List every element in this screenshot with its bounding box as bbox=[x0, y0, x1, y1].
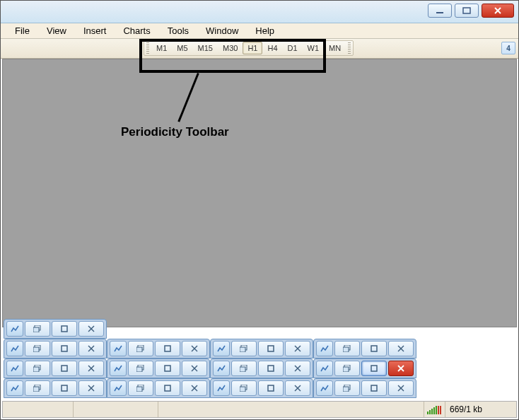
timeframe-m1-button[interactable]: M1 bbox=[151, 42, 172, 54]
menu-view[interactable]: View bbox=[38, 24, 75, 37]
timeframe-d1-button[interactable]: D1 bbox=[283, 42, 303, 54]
minimized-chart bbox=[313, 378, 416, 398]
chart-maximize-button[interactable] bbox=[361, 361, 387, 376]
timeframe-m15-button[interactable]: M15 bbox=[193, 42, 218, 54]
chart-restore-button[interactable] bbox=[25, 321, 50, 337]
chart-restore-button[interactable] bbox=[334, 341, 360, 356]
chart-restore-button[interactable] bbox=[128, 341, 153, 356]
chart-restore-button[interactable] bbox=[231, 341, 257, 356]
status-cell bbox=[158, 402, 424, 417]
chart-close-button[interactable] bbox=[78, 380, 104, 396]
timeframe-h1-button[interactable]: H1 bbox=[243, 42, 262, 54]
chart-icon[interactable] bbox=[6, 321, 23, 337]
chart-restore-button[interactable] bbox=[231, 361, 257, 376]
chart-icon[interactable] bbox=[213, 361, 230, 376]
chart-icon[interactable] bbox=[110, 380, 127, 396]
chart-restore-button[interactable] bbox=[128, 380, 153, 396]
timeframe-m5-button[interactable]: M5 bbox=[172, 42, 192, 54]
chart-icon[interactable] bbox=[316, 380, 333, 396]
minimized-charts-area bbox=[4, 319, 515, 398]
connection-stats: 669/1 kb bbox=[445, 402, 516, 417]
chart-icon[interactable] bbox=[6, 341, 23, 356]
chart-close-button[interactable] bbox=[78, 321, 104, 337]
periodicity-toolbar: M1 M5 M15 M30 H1 H4 D1 W1 MN bbox=[144, 40, 354, 56]
chart-close-button[interactable] bbox=[182, 361, 207, 376]
chart-restore-button[interactable] bbox=[231, 380, 257, 396]
chart-maximize-button[interactable] bbox=[52, 380, 77, 396]
chart-maximize-button[interactable] bbox=[52, 361, 77, 376]
menu-insert[interactable]: Insert bbox=[75, 24, 115, 37]
menu-help[interactable]: Help bbox=[247, 24, 283, 37]
chart-maximize-button[interactable] bbox=[258, 361, 284, 376]
svg-rect-6 bbox=[62, 326, 67, 332]
chart-icon[interactable] bbox=[316, 341, 333, 356]
svg-rect-51 bbox=[62, 385, 67, 391]
toolbar-grip-icon[interactable] bbox=[348, 42, 351, 54]
chart-close-button[interactable] bbox=[388, 341, 414, 356]
timeframe-w1-button[interactable]: W1 bbox=[303, 42, 325, 54]
minimized-chart bbox=[4, 378, 107, 398]
chart-maximize-button[interactable] bbox=[155, 341, 180, 356]
minimized-chart bbox=[210, 358, 313, 378]
chart-restore-button[interactable] bbox=[25, 341, 50, 356]
chart-maximize-button[interactable] bbox=[155, 380, 180, 396]
chart-close-button[interactable] bbox=[285, 341, 310, 356]
chart-restore-button[interactable] bbox=[334, 361, 360, 376]
chart-icon[interactable] bbox=[110, 341, 127, 356]
chart-close-button[interactable] bbox=[388, 361, 414, 376]
chart-icon[interactable] bbox=[110, 361, 127, 376]
chart-maximize-button[interactable] bbox=[361, 380, 387, 396]
chart-maximize-button[interactable] bbox=[52, 321, 77, 337]
chart-close-button[interactable] bbox=[182, 380, 207, 396]
chart-close-button[interactable] bbox=[388, 380, 414, 396]
chart-workspace bbox=[2, 59, 517, 327]
chart-restore-button[interactable] bbox=[25, 361, 50, 376]
chart-count-badge[interactable]: 4 bbox=[501, 42, 515, 54]
chart-icon[interactable] bbox=[213, 341, 230, 356]
minimized-chart bbox=[210, 378, 313, 398]
chart-close-button[interactable] bbox=[285, 361, 310, 376]
chart-icon[interactable] bbox=[6, 361, 23, 376]
chart-icon[interactable] bbox=[213, 380, 230, 396]
chart-maximize-button[interactable] bbox=[361, 341, 387, 356]
window-titlebar bbox=[1, 1, 518, 23]
window-minimize-button[interactable] bbox=[428, 4, 452, 18]
menu-charts[interactable]: Charts bbox=[115, 24, 158, 37]
chart-icon[interactable] bbox=[316, 361, 333, 376]
chart-maximize-button[interactable] bbox=[52, 341, 77, 356]
svg-rect-25 bbox=[343, 347, 349, 352]
toolbar-grip-icon[interactable] bbox=[146, 42, 149, 54]
minimized-chart bbox=[4, 319, 107, 339]
menu-tools[interactable]: Tools bbox=[159, 24, 197, 37]
chart-maximize-button[interactable] bbox=[258, 341, 284, 356]
chart-restore-button[interactable] bbox=[334, 380, 360, 396]
toolbar-row: M1 M5 M15 M30 H1 H4 D1 W1 MN 4 bbox=[1, 39, 518, 59]
chart-maximize-button[interactable] bbox=[258, 380, 284, 396]
status-cell bbox=[74, 402, 158, 417]
chart-maximize-button[interactable] bbox=[155, 361, 180, 376]
svg-rect-41 bbox=[268, 366, 274, 371]
svg-rect-40 bbox=[240, 367, 245, 372]
chart-restore-button[interactable] bbox=[25, 380, 50, 396]
timeframe-m30-button[interactable]: M30 bbox=[218, 42, 243, 54]
chart-close-button[interactable] bbox=[182, 341, 207, 356]
chart-close-button[interactable] bbox=[78, 361, 104, 376]
menu-window[interactable]: Window bbox=[197, 24, 247, 37]
svg-rect-35 bbox=[136, 367, 142, 372]
svg-rect-21 bbox=[268, 346, 274, 351]
chart-restore-button[interactable] bbox=[128, 361, 153, 376]
window-close-button[interactable] bbox=[482, 4, 514, 18]
timeframe-h4-button[interactable]: H4 bbox=[262, 42, 282, 54]
statusbar: 669/1 kb bbox=[2, 401, 517, 418]
minimized-chart bbox=[4, 339, 107, 358]
chart-close-button[interactable] bbox=[285, 380, 310, 396]
svg-rect-1 bbox=[463, 8, 470, 13]
chart-icon[interactable] bbox=[6, 380, 23, 396]
window-maximize-button[interactable] bbox=[455, 4, 479, 18]
chart-close-button[interactable] bbox=[78, 341, 104, 356]
timeframe-mn-button[interactable]: MN bbox=[324, 42, 346, 54]
svg-rect-60 bbox=[240, 387, 245, 392]
svg-rect-15 bbox=[136, 347, 142, 352]
menu-file[interactable]: File bbox=[6, 24, 38, 37]
svg-rect-10 bbox=[33, 347, 39, 352]
